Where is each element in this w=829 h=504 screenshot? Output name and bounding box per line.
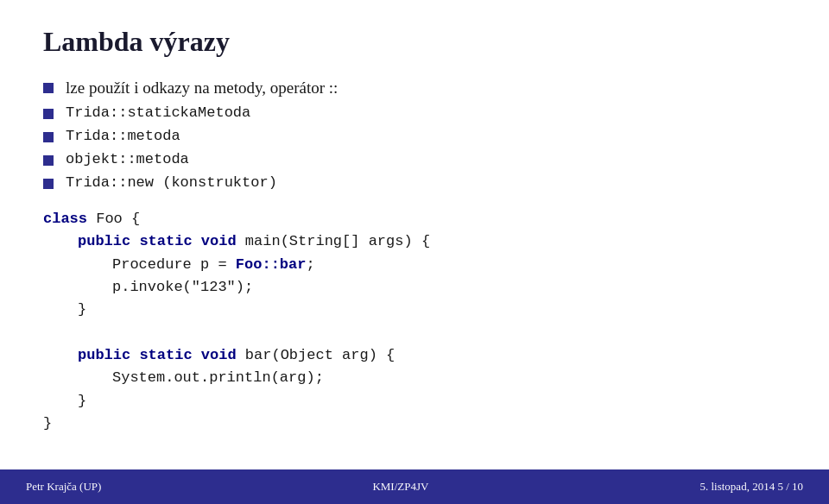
- bullet-icon: [43, 83, 54, 93]
- bullet-text: objekt::metoda: [66, 151, 189, 167]
- code-line-8: }: [43, 390, 786, 413]
- code-line-3: Procedure p = Foo::bar;: [43, 254, 786, 276]
- list-item: lze použít i odkazy na metody, operátor …: [43, 79, 786, 98]
- code-line-2: public static void main(String[] args) {: [43, 230, 786, 253]
- footer-pagination: 5. listopad, 2014 5 / 10: [699, 480, 803, 494]
- code-line-blank: [43, 322, 786, 344]
- list-item: Trida::statickaMetoda: [43, 104, 786, 121]
- code-line-1: class Foo {: [43, 208, 786, 230]
- bullet-text: Trida::new (konstruktor): [66, 174, 277, 191]
- code-line-7: System.out.println(arg);: [43, 367, 786, 389]
- slide-content: Lambda výrazy lze použít i odkazy na met…: [0, 0, 829, 469]
- slide-title: Lambda výrazy: [43, 26, 786, 58]
- list-item: Trida::metoda: [43, 128, 786, 144]
- code-line-5: }: [43, 299, 786, 321]
- bullet-icon: [43, 109, 54, 119]
- bullet-icon: [43, 179, 54, 189]
- footer-author: Petr Krajča (UP): [26, 480, 101, 494]
- slide-footer: Petr Krajča (UP) KMI/ZP4JV 5. listopad, …: [0, 469, 829, 504]
- bullet-icon: [43, 155, 54, 166]
- bullet-icon: [43, 132, 54, 142]
- bullet-text: Trida::metoda: [66, 128, 180, 144]
- list-item: Trida::new (konstruktor): [43, 174, 786, 191]
- bullet-list: lze použít i odkazy na metody, operátor …: [43, 79, 786, 191]
- code-line-6: public static void bar(Object arg) {: [43, 344, 786, 367]
- code-line-9: }: [43, 413, 786, 435]
- list-item: objekt::metoda: [43, 151, 786, 167]
- bullet-text: Trida::statickaMetoda: [66, 104, 250, 121]
- footer-course: KMI/ZP4JV: [372, 480, 428, 494]
- code-block: class Foo { public static void main(Stri…: [43, 208, 786, 435]
- bullet-text: lze použít i odkazy na metody, operátor …: [66, 79, 338, 98]
- code-line-4: p.invoke("123");: [43, 276, 786, 299]
